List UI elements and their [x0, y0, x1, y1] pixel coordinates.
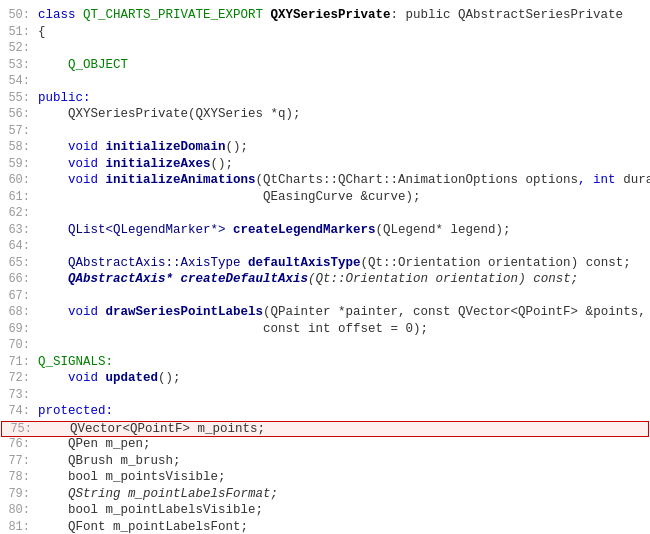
line-number: 79: — [2, 487, 30, 501]
line-number: 74: — [2, 404, 30, 418]
code-line: 81: QFont m_pointLabelsFont; — [0, 520, 650, 535]
line-number: 59: — [2, 157, 30, 171]
code-line: 76: QPen m_pen; — [0, 437, 650, 454]
line-number: 81: — [2, 520, 30, 534]
code-line: 73: — [0, 388, 650, 405]
line-number: 56: — [2, 107, 30, 121]
line-number: 52: — [2, 41, 30, 55]
line-number: 80: — [2, 503, 30, 517]
code-line: 57: — [0, 124, 650, 141]
line-content: void initializeDomain(); — [38, 140, 648, 154]
line-number: 77: — [2, 454, 30, 468]
line-content: Q_SIGNALS: — [38, 355, 648, 369]
line-number: 67: — [2, 289, 30, 303]
code-line: 67: — [0, 289, 650, 306]
line-content: class QT_CHARTS_PRIVATE_EXPORT QXYSeries… — [38, 8, 648, 22]
code-line: 72: void updated(); — [0, 371, 650, 388]
code-line: 58: void initializeDomain(); — [0, 140, 650, 157]
line-number: 71: — [2, 355, 30, 369]
code-line: 74:protected: — [0, 404, 650, 421]
line-content: QVector<QPointF> m_points; — [40, 422, 646, 436]
line-number: 65: — [2, 256, 30, 270]
code-line: 79: QString m_pointLabelsFormat; — [0, 487, 650, 504]
line-number: 73: — [2, 388, 30, 402]
code-line: 75: QVector<QPointF> m_points; — [1, 421, 649, 438]
line-number: 76: — [2, 437, 30, 451]
line-content: QXYSeriesPrivate(QXYSeries *q); — [38, 107, 648, 121]
line-content: void initializeAnimations(QtCharts::QCha… — [38, 173, 650, 187]
line-number: 75: — [4, 422, 32, 436]
code-line: 54: — [0, 74, 650, 91]
code-line: 68: void drawSeriesPointLabels(QPainter … — [0, 305, 650, 322]
code-line: 71:Q_SIGNALS: — [0, 355, 650, 372]
line-content: QPen m_pen; — [38, 437, 648, 451]
code-line: 66: QAbstractAxis* createDefaultAxis(Qt:… — [0, 272, 650, 289]
line-content: QFont m_pointLabelsFont; — [38, 520, 648, 534]
line-number: 54: — [2, 74, 30, 88]
line-content: protected: — [38, 404, 648, 418]
line-content: QEasingCurve &curve); — [38, 190, 648, 204]
code-line: 51:{ — [0, 25, 650, 42]
line-content: void updated(); — [38, 371, 648, 385]
line-number: 60: — [2, 173, 30, 187]
code-line: 65: QAbstractAxis::AxisType defaultAxisT… — [0, 256, 650, 273]
line-number: 57: — [2, 124, 30, 138]
line-number: 68: — [2, 305, 30, 319]
line-content: void initializeAxes(); — [38, 157, 648, 171]
code-line: 61: QEasingCurve &curve); — [0, 190, 650, 207]
line-content: { — [38, 25, 648, 39]
line-content: QList<QLegendMarker*> createLegendMarker… — [38, 223, 648, 237]
code-line: 80: bool m_pointLabelsVisible; — [0, 503, 650, 520]
line-number: 78: — [2, 470, 30, 484]
line-content: QAbstractAxis::AxisType defaultAxisType(… — [38, 256, 648, 270]
line-number: 72: — [2, 371, 30, 385]
code-line: 70: — [0, 338, 650, 355]
code-line: 56: QXYSeriesPrivate(QXYSeries *q); — [0, 107, 650, 124]
line-content: Q_OBJECT — [38, 58, 648, 72]
code-line: 60: void initializeAnimations(QtCharts::… — [0, 173, 650, 190]
code-line: 69: const int offset = 0); — [0, 322, 650, 339]
line-number: 70: — [2, 338, 30, 352]
line-number: 51: — [2, 25, 30, 39]
code-container: 50:class QT_CHARTS_PRIVATE_EXPORT QXYSer… — [0, 6, 650, 534]
line-number: 53: — [2, 58, 30, 72]
line-number: 62: — [2, 206, 30, 220]
line-content: QBrush m_brush; — [38, 454, 648, 468]
code-line: 64: — [0, 239, 650, 256]
line-number: 55: — [2, 91, 30, 105]
line-content: public: — [38, 91, 648, 105]
code-line: 52: — [0, 41, 650, 58]
line-content: bool m_pointLabelsVisible; — [38, 503, 648, 517]
code-line: 63: QList<QLegendMarker*> createLegendMa… — [0, 223, 650, 240]
line-number: 64: — [2, 239, 30, 253]
line-content: QAbstractAxis* createDefaultAxis(Qt::Ori… — [38, 272, 648, 286]
line-number: 69: — [2, 322, 30, 336]
code-line: 59: void initializeAxes(); — [0, 157, 650, 174]
code-line: 53: Q_OBJECT — [0, 58, 650, 75]
line-content: void drawSeriesPointLabels(QPainter *pai… — [38, 305, 648, 319]
line-content: QString m_pointLabelsFormat; — [38, 487, 648, 501]
code-line: 78: bool m_pointsVisible; — [0, 470, 650, 487]
line-number: 63: — [2, 223, 30, 237]
code-line: 50:class QT_CHARTS_PRIVATE_EXPORT QXYSer… — [0, 8, 650, 25]
code-line: 77: QBrush m_brush; — [0, 454, 650, 471]
line-content: const int offset = 0); — [38, 322, 648, 336]
line-number: 61: — [2, 190, 30, 204]
code-line: 55:public: — [0, 91, 650, 108]
line-number: 50: — [2, 8, 30, 22]
line-number: 66: — [2, 272, 30, 286]
code-line: 62: — [0, 206, 650, 223]
line-content: bool m_pointsVisible; — [38, 470, 648, 484]
line-number: 58: — [2, 140, 30, 154]
